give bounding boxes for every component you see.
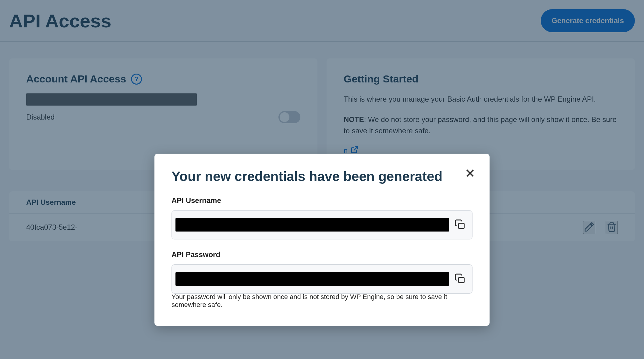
copy-icon <box>455 273 465 284</box>
password-value-redacted <box>175 272 449 286</box>
close-button[interactable] <box>464 167 476 179</box>
password-field-label: API Password <box>172 250 472 259</box>
svg-rect-1 <box>459 277 464 283</box>
credentials-modal: Your new credentials have been generated… <box>154 154 490 326</box>
username-value-redacted <box>175 218 449 232</box>
username-field-label: API Username <box>172 196 472 205</box>
username-field-box <box>172 210 472 239</box>
modal-overlay: Your new credentials have been generated… <box>0 0 644 359</box>
copy-icon <box>455 219 465 230</box>
svg-rect-0 <box>459 223 464 228</box>
copy-username-button[interactable] <box>455 219 465 231</box>
close-icon <box>465 168 476 179</box>
password-helper-text: Your password will only be shown once an… <box>172 293 472 309</box>
copy-password-button[interactable] <box>455 273 465 285</box>
modal-title: Your new credentials have been generated <box>172 169 472 184</box>
password-field-box <box>172 264 472 294</box>
